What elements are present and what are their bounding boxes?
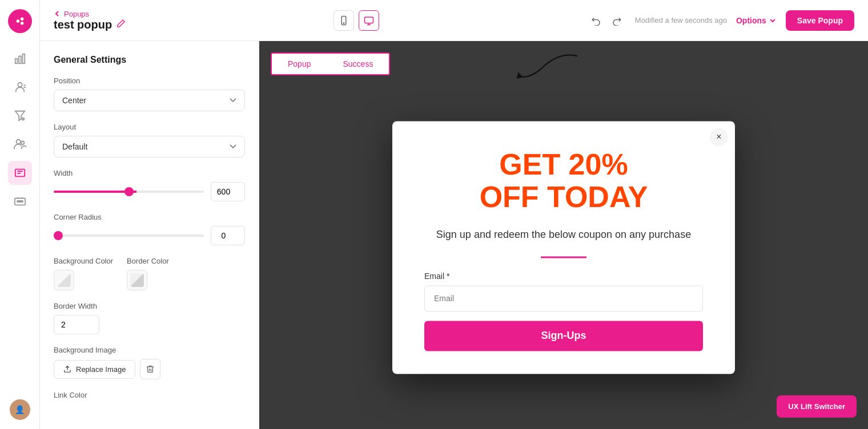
popup-headline-line2: OFF TODAY: [424, 181, 703, 214]
tab-popup[interactable]: Popup: [272, 54, 327, 74]
layout-group: Layout Default: [54, 123, 245, 157]
tab-bar: Popup Success: [271, 52, 390, 75]
link-color-group: Link Color: [54, 391, 245, 399]
preview-canvas: Popup Success ×: [259, 41, 868, 429]
bg-image-row: Replace Image: [54, 359, 245, 379]
position-group: Position Center: [54, 76, 245, 111]
popup-close-button[interactable]: ×: [710, 128, 728, 146]
border-color-swatch[interactable]: [127, 270, 147, 290]
options-button[interactable]: Options: [736, 16, 777, 25]
popup-headline-line1: GET 20%: [424, 148, 703, 181]
popup-subtext: Sign up and redeem the below coupon on a…: [424, 228, 703, 243]
color-row: Background Color Border Color: [54, 257, 245, 290]
position-select[interactable]: Center: [54, 90, 245, 111]
desktop-icon: [364, 15, 374, 26]
svg-point-15: [19, 201, 21, 203]
sidebar-item-funnels[interactable]: [8, 104, 32, 128]
arrow-annotation: [488, 47, 602, 95]
undo-icon: [591, 15, 601, 26]
close-icon: ×: [716, 132, 721, 142]
corner-radius-slider[interactable]: [54, 234, 204, 237]
svg-point-18: [343, 22, 344, 23]
avatar[interactable]: 👤: [10, 399, 30, 420]
page-title-row: test popup: [54, 18, 126, 31]
header: Popups test popup: [40, 0, 868, 41]
breadcrumb[interactable]: Popups: [54, 10, 126, 18]
tab-success-label: Success: [343, 59, 373, 68]
trash-icon: [146, 365, 155, 374]
header-left: Popups test popup: [54, 10, 126, 31]
desktop-view-button[interactable]: [359, 10, 379, 31]
sidebar-item-analytics[interactable]: [8, 47, 32, 71]
edit-title-button[interactable]: [116, 19, 126, 30]
audience-icon: [14, 138, 26, 151]
funnels-icon: [14, 110, 26, 122]
mobile-view-button[interactable]: [333, 10, 354, 31]
corner-radius-group: Corner Radius: [54, 213, 245, 245]
link-color-label: Link Color: [54, 391, 245, 399]
delete-image-button[interactable]: [140, 359, 160, 379]
settings-sidebar: General Settings Position Center Layout …: [40, 41, 259, 429]
tab-success[interactable]: Success: [327, 54, 389, 74]
border-width-group: Border Width: [54, 302, 245, 334]
svg-rect-3: [15, 59, 17, 63]
device-toggle: [135, 10, 578, 31]
bg-color-swatch[interactable]: [54, 270, 74, 290]
corner-radius-input[interactable]: [211, 226, 245, 245]
border-color-group: Border Color: [127, 257, 169, 290]
corner-radius-slider-row: [54, 226, 245, 245]
mobile-icon: [339, 15, 349, 26]
options-label: Options: [736, 16, 766, 25]
popup-modal: × GET 20% OFF TODAY Sign up and redeem t…: [392, 121, 735, 374]
replace-image-icon: [63, 365, 71, 373]
content-row: General Settings Position Center Layout …: [40, 41, 868, 429]
header-right: Modified a few seconds ago Options Save …: [587, 10, 854, 31]
svg-rect-5: [22, 54, 25, 64]
color-group: Background Color Border Color: [54, 257, 245, 290]
pencil-icon: [116, 19, 126, 28]
sidebar-item-contacts[interactable]: [8, 75, 32, 99]
replace-image-button[interactable]: Replace Image: [54, 360, 135, 379]
redo-button[interactable]: [608, 11, 626, 30]
logo-icon: [14, 15, 26, 27]
popup-email-label: Email *: [424, 272, 703, 281]
corner-radius-label: Corner Radius: [54, 213, 245, 221]
svg-point-1: [20, 18, 23, 21]
replace-image-label: Replace Image: [76, 365, 126, 374]
main-area: Popups test popup: [40, 0, 868, 429]
width-slider-row: [54, 182, 245, 201]
bg-image-group: Background Image Replace Image: [54, 346, 245, 379]
width-group: Width: [54, 169, 245, 201]
app-logo[interactable]: [8, 9, 32, 33]
width-label: Width: [54, 169, 245, 177]
sidebar-item-audience[interactable]: [8, 132, 32, 156]
redo-icon: [612, 15, 622, 26]
bg-color-label: Background Color: [54, 257, 113, 265]
sidebar-item-chatbot[interactable]: [8, 189, 32, 213]
breadcrumb-label: Popups: [64, 10, 89, 18]
undo-button[interactable]: [587, 11, 605, 30]
ux-lift-button[interactable]: UX Lift Switcher: [777, 395, 857, 418]
svg-point-2: [20, 22, 23, 25]
svg-point-6: [18, 83, 22, 87]
arrow-svg: [488, 47, 602, 92]
width-input[interactable]: [211, 182, 245, 201]
popup-divider: [541, 257, 586, 258]
popup-content: GET 20% OFF TODAY Sign up and redeem the…: [392, 121, 735, 374]
svg-point-14: [17, 201, 18, 203]
layout-select[interactable]: Default: [54, 136, 245, 157]
sidebar-item-popups[interactable]: [8, 161, 32, 185]
popups-icon: [14, 167, 26, 179]
popup-cta-button[interactable]: Sign-Ups: [424, 321, 703, 351]
border-width-input[interactable]: [54, 315, 99, 334]
bg-image-label: Background Image: [54, 346, 245, 354]
width-slider[interactable]: [54, 191, 204, 193]
svg-point-16: [21, 201, 23, 203]
border-width-label: Border Width: [54, 302, 245, 310]
tab-popup-label: Popup: [288, 59, 311, 68]
contacts-icon: [14, 81, 26, 94]
save-popup-button[interactable]: Save Popup: [786, 10, 854, 31]
position-label: Position: [54, 76, 245, 85]
settings-title: General Settings: [54, 55, 245, 65]
popup-email-input[interactable]: [424, 286, 703, 312]
